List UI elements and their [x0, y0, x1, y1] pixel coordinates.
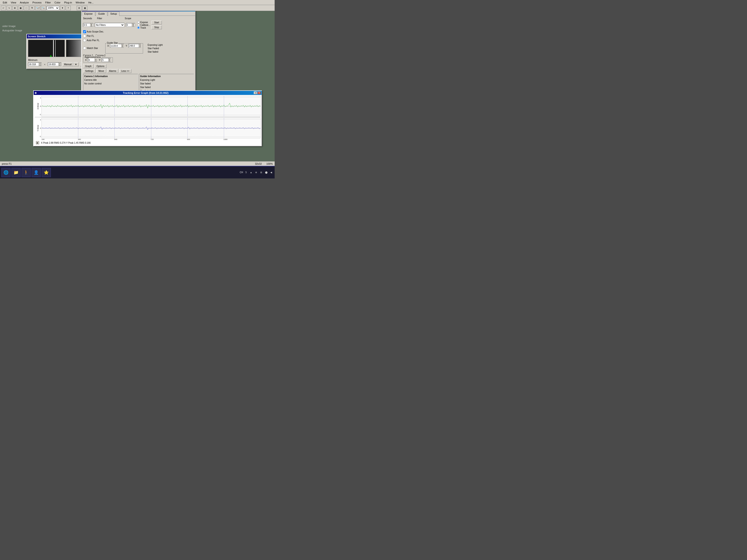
taskbar-walk-icon[interactable]: 🚶	[22, 168, 31, 177]
menu-window[interactable]: Window	[74, 1, 86, 4]
scope-input[interactable]	[126, 24, 132, 26]
aggr-y-input[interactable]	[102, 59, 108, 61]
tab-setup[interactable]: Setup	[108, 12, 120, 16]
aggr-y-down[interactable]: ▼	[108, 60, 111, 61]
toolbar-btn5[interactable]: ▼	[60, 6, 65, 10]
taskbar-ie-icon[interactable]: 🌐	[1, 168, 10, 177]
taskbar-star-icon[interactable]: ⭐	[42, 168, 51, 177]
options-btn[interactable]: Options	[95, 64, 106, 68]
toolbar-btn4[interactable]: ⧉	[29, 6, 34, 10]
scope-down[interactable]: ▼	[132, 25, 134, 27]
toolbar-undo[interactable]: ↩	[1, 6, 6, 10]
min-up-arrow[interactable]: ▲	[39, 63, 41, 64]
filter-select[interactable]: No Filters	[95, 23, 125, 27]
toolbar-btn1[interactable]: ⊞	[12, 6, 18, 10]
menu-help[interactable]: He...	[86, 1, 96, 4]
swap-buttons: ⇅	[43, 63, 47, 65]
stop-btn[interactable]: Stop	[152, 25, 162, 29]
aggr-x-input[interactable]	[88, 59, 95, 61]
less-btn[interactable]: Less <<	[119, 69, 132, 73]
gs-y-up[interactable]: ▲	[139, 44, 141, 46]
move-btn[interactable]: Move	[96, 69, 106, 73]
tracking-help-btn[interactable]: ?	[254, 91, 257, 94]
play-btn[interactable]: ▶	[36, 141, 39, 144]
scope-label: Scope	[125, 17, 137, 20]
pier-fl-radio[interactable]	[83, 34, 86, 37]
aggr-y-up[interactable]: ▲	[108, 58, 111, 60]
gs-x-input[interactable]	[110, 45, 121, 47]
settings-btn[interactable]: Settings	[83, 69, 96, 73]
x-tick-1080: 1080	[223, 138, 260, 140]
x-error-y-axis: 1 0 -1 X Error	[34, 96, 42, 116]
max-down-arrow[interactable]: ▼	[58, 64, 61, 66]
maximum-input[interactable]: 19.833	[48, 63, 58, 65]
menu-process[interactable]: Process	[31, 1, 44, 4]
aggr-y-spin[interactable]: ▲ ▼	[102, 58, 111, 62]
menu-plugin[interactable]: Plug-in	[62, 1, 74, 4]
minimum-spin[interactable]: 18.318 ▲ ▼	[28, 62, 42, 66]
radio-calibrate[interactable]: Calibrat...	[137, 24, 150, 26]
aggr-y-label: Y	[99, 59, 101, 61]
auto-pier-radio[interactable]	[83, 39, 86, 42]
gs-y-input[interactable]	[129, 45, 139, 47]
toolbar-btn2[interactable]: ▦	[18, 6, 23, 10]
swap-up[interactable]: ⇅	[43, 63, 47, 65]
gs-x-down[interactable]: ▼	[122, 46, 124, 47]
gs-x-spin[interactable]: ▲ ▼	[110, 44, 124, 48]
aggr-x-up[interactable]: ▲	[95, 58, 97, 60]
scope-spin[interactable]: ▲ ▼	[126, 23, 135, 27]
aggr-x-down[interactable]: ▼	[95, 60, 97, 61]
sec-down[interactable]: ▼	[91, 25, 93, 27]
max-up-arrow[interactable]: ▲	[58, 63, 61, 64]
menu-analyze[interactable]: Analyze	[18, 1, 31, 4]
taskbar-explorer-icon[interactable]: 📁	[11, 168, 21, 177]
start-btn[interactable]: Start	[152, 21, 162, 25]
radio-track[interactable]: Track	[137, 27, 150, 29]
gs-y-down[interactable]: ▼	[139, 46, 141, 47]
tracking-close-btn[interactable]: ✕	[257, 91, 261, 94]
aggr-x-spin[interactable]: ▲ ▼	[88, 58, 97, 62]
manual-btn[interactable]: Manual	[62, 62, 73, 66]
menu-filter[interactable]: Filter	[44, 1, 53, 4]
toolbar-zoom-in[interactable]: 🔍+	[35, 6, 40, 10]
sec-up[interactable]: ▲	[91, 23, 93, 25]
toolbar-extra1[interactable]: ⊞	[77, 6, 82, 10]
radio-expose-input[interactable]	[137, 21, 139, 23]
manual-arrow[interactable]: ▼	[73, 62, 79, 66]
tab-expose[interactable]: Expose	[82, 12, 95, 16]
toolbar-help[interactable]: ?	[66, 6, 71, 10]
auto-scope-input[interactable]	[83, 30, 86, 33]
gs-x-up[interactable]: ▲	[122, 44, 124, 46]
radio-track-input[interactable]	[137, 27, 139, 29]
toolbar-btn3[interactable]: ⬚	[24, 6, 29, 10]
scope-up[interactable]: ▲	[132, 23, 134, 25]
radio-calibrate-label: Calibrat...	[140, 24, 150, 26]
toolbar-extra2[interactable]: ▦	[82, 6, 87, 10]
seconds-input[interactable]	[83, 24, 90, 26]
maximum-spin[interactable]: 19.833 ▲ ▼	[48, 62, 61, 66]
minimum-input[interactable]: 18.318	[28, 63, 39, 65]
seconds-spin[interactable]: ▲ ▼	[83, 23, 93, 27]
auto-scope-checkbox[interactable]: Auto Scope Dec.	[83, 30, 104, 33]
toolbar-zoom-out[interactable]: 🔍-	[41, 6, 46, 10]
graph-btn[interactable]: Graph	[83, 64, 94, 68]
tray-icon-1: ⊕	[254, 170, 258, 175]
watch-star-radio[interactable]	[83, 47, 86, 50]
gs-x-label: X	[107, 45, 109, 47]
radio-expose[interactable]: Expose	[137, 21, 150, 24]
min-down-arrow[interactable]: ▼	[39, 64, 41, 66]
x-error-chart: 1 0 -1 X Error	[34, 96, 261, 116]
radio-calibrate-input[interactable]	[137, 24, 139, 26]
toolbar-redo[interactable]: ↪	[7, 6, 12, 10]
alarms-btn[interactable]: Alarms	[107, 69, 118, 73]
menu-edit[interactable]: Edit	[1, 1, 9, 4]
tab-guide[interactable]: Guide	[96, 12, 107, 16]
aggressiveness-box: Aggressiveness X ▲ ▼ Y ▲	[83, 57, 113, 62]
scope-arrows: ▲ ▼	[132, 23, 134, 27]
status-exposing: Exposing Light	[148, 43, 163, 47]
menu-view[interactable]: View	[9, 1, 18, 4]
zoom-select[interactable]: 100%	[47, 6, 59, 10]
gs-y-spin[interactable]: ▲ ▼	[128, 44, 141, 48]
taskbar-user-icon[interactable]: 👤	[32, 168, 41, 177]
menu-color[interactable]: Color	[53, 1, 62, 4]
